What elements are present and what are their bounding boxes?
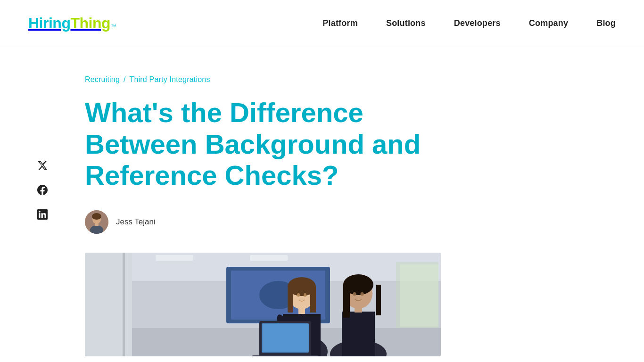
- nav-company[interactable]: Company: [529, 18, 568, 28]
- svg-point-36: [361, 292, 364, 296]
- logo-hiring: Hiring: [28, 15, 70, 32]
- svg-rect-33: [343, 285, 350, 318]
- svg-rect-29: [342, 312, 375, 356]
- author-name: Jess Tejani: [116, 217, 156, 227]
- logo[interactable]: HiringThing™: [28, 15, 116, 32]
- svg-rect-40: [252, 355, 318, 356]
- linkedin-share-link[interactable]: [37, 209, 48, 220]
- facebook-icon: [37, 185, 48, 195]
- svg-point-25: [304, 293, 306, 297]
- author-row: Jess Tejani: [85, 210, 556, 234]
- logo-text: HiringThing™: [28, 15, 116, 32]
- nav-blog[interactable]: Blog: [596, 18, 616, 28]
- site-header: HiringThing™ Platform Solutions Develope…: [0, 0, 644, 47]
- svg-rect-39: [263, 324, 308, 352]
- author-avatar: [85, 210, 108, 234]
- svg-rect-4: [95, 223, 99, 226]
- svg-rect-34: [376, 285, 381, 315]
- breadcrumb: Recruiting / Third Party Integrations: [85, 75, 556, 84]
- svg-point-35: [353, 292, 356, 296]
- breadcrumb-recruiting[interactable]: Recruiting: [85, 75, 120, 84]
- twitter-icon: [37, 160, 48, 171]
- svg-rect-14: [250, 255, 288, 261]
- article-content: Recruiting / Third Party Integrations Wh…: [57, 75, 556, 356]
- svg-point-24: [297, 293, 300, 297]
- hero-scene-svg: [85, 253, 441, 356]
- facebook-share-link[interactable]: [37, 185, 48, 195]
- breadcrumb-separator: /: [124, 75, 125, 84]
- svg-rect-12: [123, 253, 125, 356]
- svg-rect-23: [310, 287, 316, 313]
- svg-point-2: [92, 213, 101, 220]
- svg-rect-16: [400, 264, 438, 327]
- logo-thing: Thing: [70, 15, 110, 32]
- svg-rect-13: [156, 255, 193, 261]
- hero-image: [85, 253, 441, 356]
- social-sidebar: [28, 75, 57, 356]
- nav-platform[interactable]: Platform: [322, 18, 358, 28]
- linkedin-icon: [37, 209, 48, 220]
- svg-rect-22: [288, 287, 293, 313]
- author-avatar-image: [85, 210, 108, 234]
- main-wrapper: Recruiting / Third Party Integrations Wh…: [0, 47, 644, 356]
- twitter-share-link[interactable]: [37, 160, 48, 171]
- breadcrumb-third-party[interactable]: Third Party Integrations: [129, 75, 210, 84]
- nav-developers[interactable]: Developers: [454, 18, 501, 28]
- article-title: What's the Difference Between Background…: [85, 97, 443, 191]
- logo-tm: ™: [111, 23, 116, 30]
- main-nav: Platform Solutions Developers Company Bl…: [322, 18, 616, 28]
- nav-solutions[interactable]: Solutions: [386, 18, 426, 28]
